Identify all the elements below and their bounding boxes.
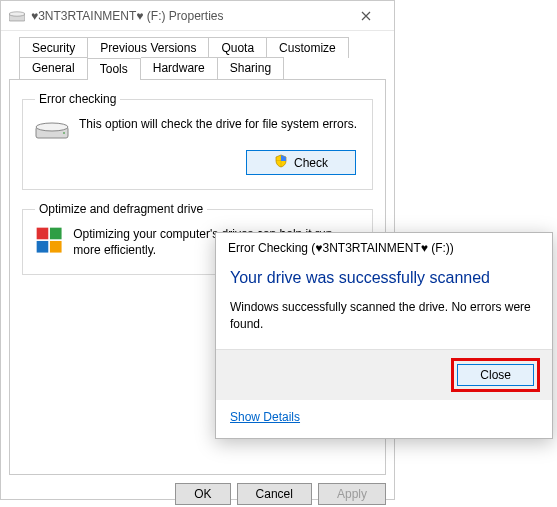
svg-rect-8 [50, 241, 62, 253]
apply-button[interactable]: Apply [318, 483, 386, 505]
dialog-footer: Close [216, 349, 552, 400]
highlight-annotation: Close [451, 358, 540, 392]
drive-icon [9, 10, 25, 22]
titlebar: ♥3NT3RTAINMENT♥ (F:) Properties [1, 1, 394, 31]
svg-rect-7 [37, 241, 49, 253]
error-checking-desc: This option will check the drive for fil… [79, 116, 357, 140]
close-icon [361, 11, 371, 21]
tabs: Security Previous Versions Quota Customi… [9, 37, 386, 79]
tab-quota[interactable]: Quota [209, 37, 267, 58]
error-checking-group: Error checking This option will check th… [22, 92, 373, 190]
tab-general[interactable]: General [19, 57, 88, 79]
cancel-button[interactable]: Cancel [237, 483, 312, 505]
tab-row-bottom: General Tools Hardware Sharing [9, 57, 386, 79]
svg-point-4 [63, 132, 65, 134]
svg-rect-6 [50, 228, 62, 240]
defrag-icon [35, 226, 63, 260]
tab-hardware[interactable]: Hardware [141, 57, 218, 79]
shield-icon [274, 154, 288, 171]
tab-customize[interactable]: Customize [267, 37, 349, 58]
svg-point-1 [9, 11, 25, 15]
tab-security[interactable]: Security [19, 37, 88, 58]
svg-point-3 [36, 123, 68, 131]
svg-rect-5 [37, 228, 49, 240]
window-close-button[interactable] [346, 2, 386, 30]
error-checking-dialog: Error Checking (♥3NT3RTAINMENT♥ (F:)) Yo… [215, 232, 553, 439]
optimize-legend: Optimize and defragment drive [35, 202, 207, 216]
check-button-label: Check [294, 156, 328, 170]
properties-footer: OK Cancel Apply [1, 475, 394, 507]
dialog-body: Windows successfully scanned the drive. … [216, 295, 552, 349]
drive-icon [35, 118, 69, 140]
window-title: ♥3NT3RTAINMENT♥ (F:) Properties [31, 9, 346, 23]
show-details-link[interactable]: Show Details [216, 400, 552, 438]
tab-previous-versions[interactable]: Previous Versions [88, 37, 209, 58]
tab-sharing[interactable]: Sharing [218, 57, 284, 79]
tab-tools[interactable]: Tools [88, 58, 141, 80]
dialog-close-button[interactable]: Close [457, 364, 534, 386]
dialog-title: Error Checking (♥3NT3RTAINMENT♥ (F:)) [216, 233, 552, 259]
check-button[interactable]: Check [246, 150, 356, 175]
ok-button[interactable]: OK [175, 483, 230, 505]
dialog-headline: Your drive was successfully scanned [216, 259, 552, 295]
error-checking-legend: Error checking [35, 92, 120, 106]
tab-row-top: Security Previous Versions Quota Customi… [9, 37, 386, 58]
